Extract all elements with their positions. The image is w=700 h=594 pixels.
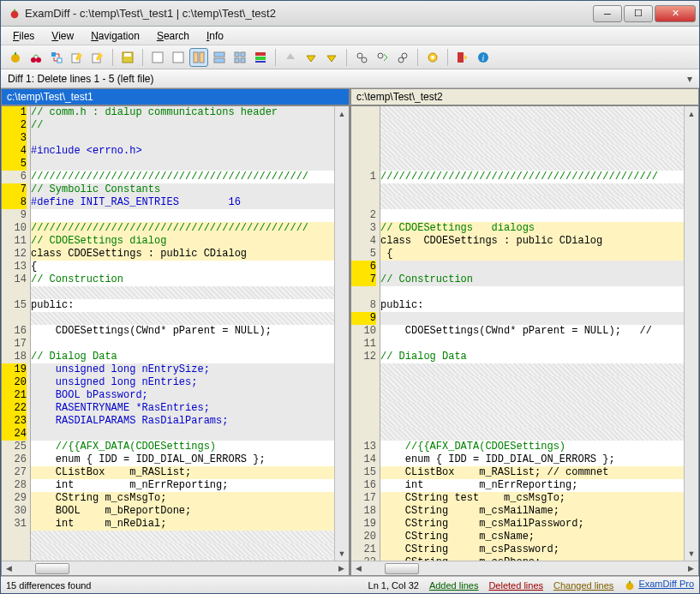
app-window: ExamDiff - c:\temp\Test\_test1 | c:\temp…: [0, 0, 700, 594]
right-code-area[interactable]: ////////////////////////////////////////…: [380, 106, 684, 561]
svg-point-25: [357, 53, 362, 58]
scroll-left-icon[interactable]: ◀: [2, 562, 16, 575]
chevron-down-icon: ▾: [687, 73, 692, 85]
scroll-thumb[interactable]: [385, 563, 419, 574]
app-icon: [8, 7, 21, 21]
svg-text:i: i: [482, 53, 485, 63]
view-single-icon[interactable]: [148, 48, 167, 67]
right-horizontal-scrollbar[interactable]: ◀ ▶: [351, 561, 698, 575]
svg-rect-23: [255, 57, 266, 60]
separator-icon: [447, 49, 448, 66]
options-icon[interactable]: [423, 48, 442, 67]
scroll-right-icon[interactable]: ▶: [684, 562, 698, 575]
svg-rect-13: [173, 52, 183, 63]
file-headers: c:\temp\Test\_test1 c:\temp\Test\_test2: [1, 88, 699, 105]
svg-rect-12: [153, 52, 163, 63]
separator-icon: [346, 49, 347, 66]
svg-rect-15: [200, 52, 204, 63]
svg-point-26: [362, 57, 367, 63]
toolbar: i: [1, 45, 699, 69]
find-prev-icon[interactable]: [393, 48, 412, 67]
left-gutter: 1234567891011121314151617181920212223242…: [2, 106, 31, 561]
status-added-link[interactable]: Added lines: [429, 580, 479, 591]
maximize-button[interactable]: ☐: [624, 5, 653, 22]
view-split-active-icon[interactable]: [189, 48, 208, 67]
view-grid-icon[interactable]: [230, 48, 249, 67]
svg-rect-24: [255, 61, 266, 63]
edit-icon[interactable]: [68, 48, 87, 67]
scroll-right-icon[interactable]: ▶: [334, 562, 349, 575]
status-deleted-link[interactable]: Deleted lines: [488, 580, 543, 591]
status-changed-link[interactable]: Changed lines: [553, 580, 613, 591]
svg-rect-11: [124, 53, 131, 57]
svg-rect-16: [214, 52, 224, 57]
close-button[interactable]: ✕: [655, 5, 696, 22]
left-vertical-scrollbar[interactable]: ▲ ▼: [334, 106, 349, 561]
edit2-icon[interactable]: [88, 48, 107, 67]
right-pane: 1234567891011121314151617181920212223242…: [350, 105, 699, 576]
file-header-left[interactable]: c:\temp\Test\_test1: [1, 88, 350, 105]
svg-rect-6: [51, 52, 56, 57]
svg-rect-22: [255, 52, 266, 56]
arrow-up-icon[interactable]: [281, 48, 300, 67]
svg-rect-7: [57, 58, 62, 63]
scroll-up-icon[interactable]: ▲: [335, 106, 349, 121]
svg-rect-19: [241, 52, 245, 57]
find-next-icon[interactable]: [373, 48, 392, 67]
svg-point-31: [431, 56, 434, 59]
svg-rect-32: [458, 52, 464, 63]
scroll-track[interactable]: [685, 121, 698, 546]
separator-icon: [112, 49, 113, 66]
arrow-down-icon[interactable]: [322, 48, 341, 67]
apple-icon[interactable]: [6, 48, 25, 67]
svg-rect-14: [194, 52, 198, 63]
separator-icon: [275, 49, 276, 66]
separator-icon: [417, 49, 418, 66]
svg-rect-20: [235, 58, 239, 63]
scroll-track[interactable]: [335, 121, 349, 546]
swap-icon[interactable]: [47, 48, 66, 67]
menu-info[interactable]: Info: [200, 28, 230, 44]
svg-rect-1: [14, 9, 15, 11]
menu-files[interactable]: Files: [6, 28, 41, 44]
window-controls: ─ ☐ ✕: [593, 5, 696, 22]
separator-icon: [142, 49, 143, 66]
left-code-area[interactable]: // comm.h : dialup communications header…: [31, 106, 334, 561]
diff-selector-label: Diff 1: Delete lines 1 - 5 (left file): [8, 73, 154, 85]
scroll-up-icon[interactable]: ▲: [685, 106, 698, 121]
menu-bar: Files View Navigation Search Info: [1, 27, 699, 45]
view-horiz-icon[interactable]: [210, 48, 229, 67]
cherries-icon[interactable]: [27, 48, 45, 67]
scroll-thumb[interactable]: [35, 563, 69, 574]
scroll-left-icon[interactable]: ◀: [351, 562, 366, 575]
menu-navigation[interactable]: Navigation: [84, 28, 147, 44]
svg-point-4: [31, 57, 36, 63]
scroll-down-icon[interactable]: ▼: [335, 546, 349, 561]
svg-point-5: [36, 57, 41, 63]
scroll-down-icon[interactable]: ▼: [685, 546, 698, 561]
view-single2-icon[interactable]: [169, 48, 188, 67]
status-diff-count: 15 differences found: [6, 580, 91, 591]
exit-icon[interactable]: [453, 48, 472, 67]
diff-panes: 1234567891011121314151617181920212223242…: [1, 105, 699, 576]
svg-rect-17: [214, 58, 224, 63]
file-header-right[interactable]: c:\temp\Test\_test2: [350, 88, 699, 105]
left-pane-body: 1234567891011121314151617181920212223242…: [2, 106, 349, 561]
status-bar: 15 differences found Ln 1, Col 32 Added …: [1, 576, 699, 593]
save-icon[interactable]: [118, 48, 137, 67]
svg-point-2: [11, 54, 20, 63]
svg-rect-36: [629, 580, 631, 583]
diff-selector[interactable]: Diff 1: Delete lines 1 - 5 (left file) ▾: [1, 69, 699, 88]
info-icon[interactable]: i: [474, 48, 493, 67]
menu-search[interactable]: Search: [150, 28, 196, 44]
minimize-button[interactable]: ─: [593, 5, 622, 22]
right-vertical-scrollbar[interactable]: ▲ ▼: [684, 106, 698, 561]
left-horizontal-scrollbar[interactable]: ◀ ▶: [2, 561, 349, 575]
view-rows-icon[interactable]: [251, 48, 270, 67]
status-pro-link[interactable]: ExamDiff Pro: [624, 579, 694, 591]
svg-point-0: [11, 10, 19, 18]
arrow-down-y-icon[interactable]: [302, 48, 320, 67]
svg-point-27: [378, 53, 383, 58]
find-icon[interactable]: [352, 48, 371, 67]
menu-view[interactable]: View: [45, 28, 81, 44]
